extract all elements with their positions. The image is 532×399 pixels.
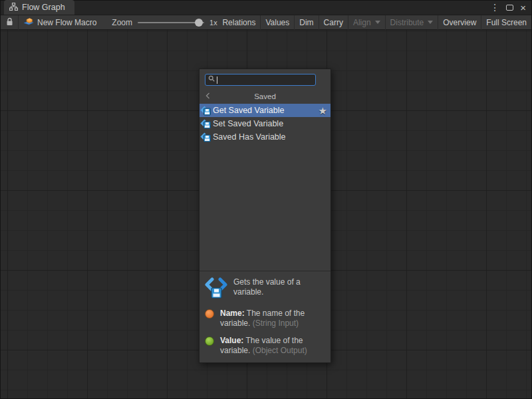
search-icon <box>208 75 215 84</box>
description-panel: Gets the value of a variable. Name: The … <box>200 271 331 362</box>
window-controls: ⋮ × <box>490 0 531 15</box>
set-variable-icon <box>200 118 211 130</box>
zoom-slider-track <box>138 22 204 23</box>
relations-button[interactable]: Relations <box>217 15 260 30</box>
get-variable-icon <box>200 105 211 116</box>
chevron-down-icon <box>375 21 380 24</box>
tab-flow-graph[interactable]: Flow Graph <box>4 0 74 15</box>
dim-button[interactable]: Dim <box>294 15 318 30</box>
port-name-text: Name: The name of the variable. (String … <box>220 309 319 329</box>
search-area <box>200 69 331 88</box>
fuzzy-finder-popup: Saved Get Saved Variable ★ <box>199 68 331 363</box>
get-variable-large-icon <box>205 277 227 301</box>
lock-icon <box>6 17 13 28</box>
port-row-name: Name: The name of the variable. (String … <box>205 309 325 329</box>
zoom-value: 1x <box>209 19 217 27</box>
description-summary: Gets the value of a variable. <box>233 277 325 301</box>
flow-graph-window: Flow Graph ⋮ × N <box>0 0 532 399</box>
graph-toolbar: New Flow Macro Zoom 1x Relations Values … <box>1 15 531 30</box>
align-dropdown-button[interactable]: Align <box>348 15 385 30</box>
string-input-port-icon <box>205 309 214 319</box>
new-flow-macro-label: New Flow Macro <box>37 18 96 27</box>
list-item-get-saved-variable[interactable]: Get Saved Variable ★ <box>200 104 331 117</box>
tab-title: Flow Graph <box>22 3 65 12</box>
kebab-menu-icon[interactable]: ⋮ <box>490 3 499 12</box>
carry-button[interactable]: Carry <box>319 15 348 30</box>
lock-button[interactable] <box>1 15 18 30</box>
star-icon[interactable]: ★ <box>319 106 327 116</box>
zoom-slider[interactable] <box>138 15 204 30</box>
chevron-down-icon <box>428 21 433 24</box>
toolbar-right-group: Relations Values Dim Carry Align Distrib… <box>217 15 531 30</box>
tab-bar: Flow Graph ⋮ × <box>1 1 531 15</box>
maximize-icon[interactable] <box>506 5 513 11</box>
port-value-text: Value: The value of the variable. (Objec… <box>220 336 319 356</box>
overview-button[interactable]: Overview <box>438 15 481 30</box>
list-item-set-saved-variable[interactable]: Set Saved Variable <box>200 117 331 130</box>
graph-hierarchy-icon <box>9 3 18 13</box>
flow-macro-icon <box>23 17 35 29</box>
values-button[interactable]: Values <box>260 15 294 30</box>
new-flow-macro-button[interactable]: New Flow Macro <box>18 15 101 30</box>
category-header: Saved <box>200 88 331 104</box>
zoom-slider-handle[interactable] <box>195 19 203 27</box>
object-output-port-icon <box>205 336 214 346</box>
close-icon[interactable]: × <box>520 3 526 13</box>
list-item-saved-has-variable[interactable]: Saved Has Variable <box>200 130 331 144</box>
full-screen-button[interactable]: Full Screen <box>481 15 531 30</box>
option-list: Get Saved Variable ★ Set Saved Variable <box>200 104 331 271</box>
text-cursor <box>217 76 217 84</box>
zoom-label: Zoom <box>112 18 132 27</box>
distribute-dropdown-button[interactable]: Distribute <box>385 15 438 30</box>
search-input[interactable] <box>205 74 316 86</box>
port-row-value: Value: The value of the variable. (Objec… <box>205 336 325 356</box>
category-title: Saved <box>254 92 276 100</box>
description-summary-row: Gets the value of a variable. <box>205 277 325 301</box>
has-variable-icon <box>200 132 211 143</box>
chevron-left-icon[interactable] <box>205 92 211 102</box>
